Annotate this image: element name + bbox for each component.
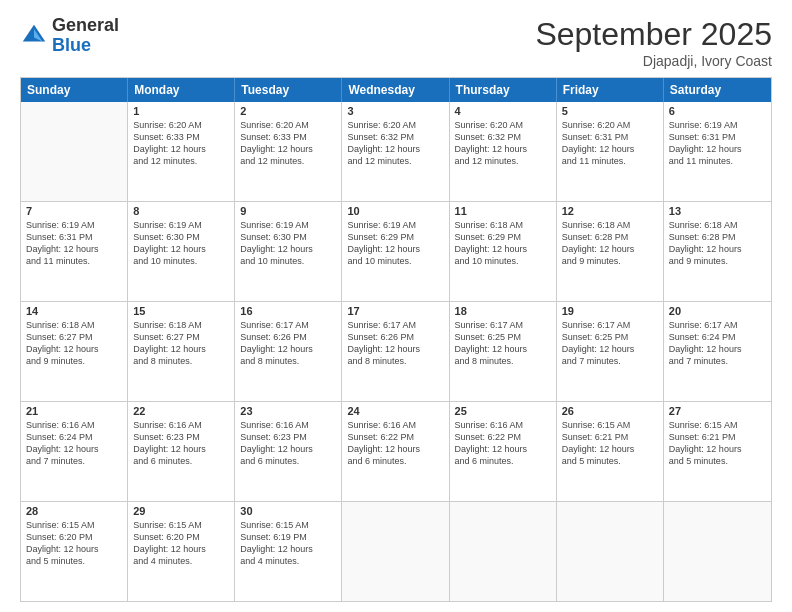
day-number: 8 bbox=[133, 205, 229, 217]
day-info: Sunrise: 6:18 AMSunset: 6:28 PMDaylight:… bbox=[669, 219, 766, 268]
day-info: Sunrise: 6:18 AMSunset: 6:28 PMDaylight:… bbox=[562, 219, 658, 268]
logo-text: General Blue bbox=[52, 16, 119, 56]
page: General Blue September 2025 Djapadji, Iv… bbox=[0, 0, 792, 612]
day-info: Sunrise: 6:15 AMSunset: 6:21 PMDaylight:… bbox=[562, 419, 658, 468]
day-number: 20 bbox=[669, 305, 766, 317]
calendar-cell: 4Sunrise: 6:20 AMSunset: 6:32 PMDaylight… bbox=[450, 102, 557, 201]
calendar-cell: 19Sunrise: 6:17 AMSunset: 6:25 PMDayligh… bbox=[557, 302, 664, 401]
day-number: 13 bbox=[669, 205, 766, 217]
day-info: Sunrise: 6:15 AMSunset: 6:20 PMDaylight:… bbox=[133, 519, 229, 568]
day-number: 6 bbox=[669, 105, 766, 117]
day-number: 11 bbox=[455, 205, 551, 217]
day-info: Sunrise: 6:16 AMSunset: 6:22 PMDaylight:… bbox=[455, 419, 551, 468]
calendar-cell bbox=[342, 502, 449, 601]
day-info: Sunrise: 6:19 AMSunset: 6:29 PMDaylight:… bbox=[347, 219, 443, 268]
day-info: Sunrise: 6:20 AMSunset: 6:33 PMDaylight:… bbox=[240, 119, 336, 168]
day-info: Sunrise: 6:15 AMSunset: 6:21 PMDaylight:… bbox=[669, 419, 766, 468]
day-info: Sunrise: 6:15 AMSunset: 6:20 PMDaylight:… bbox=[26, 519, 122, 568]
day-info: Sunrise: 6:17 AMSunset: 6:25 PMDaylight:… bbox=[562, 319, 658, 368]
day-number: 5 bbox=[562, 105, 658, 117]
logo-general: General bbox=[52, 16, 119, 36]
logo-icon bbox=[20, 22, 48, 50]
day-info: Sunrise: 6:16 AMSunset: 6:23 PMDaylight:… bbox=[133, 419, 229, 468]
day-info: Sunrise: 6:16 AMSunset: 6:23 PMDaylight:… bbox=[240, 419, 336, 468]
logo-blue: Blue bbox=[52, 36, 119, 56]
day-info: Sunrise: 6:19 AMSunset: 6:30 PMDaylight:… bbox=[240, 219, 336, 268]
day-number: 23 bbox=[240, 405, 336, 417]
day-info: Sunrise: 6:20 AMSunset: 6:32 PMDaylight:… bbox=[455, 119, 551, 168]
calendar-cell bbox=[21, 102, 128, 201]
calendar-cell: 22Sunrise: 6:16 AMSunset: 6:23 PMDayligh… bbox=[128, 402, 235, 501]
day-number: 28 bbox=[26, 505, 122, 517]
calendar-cell: 12Sunrise: 6:18 AMSunset: 6:28 PMDayligh… bbox=[557, 202, 664, 301]
calendar-week: 14Sunrise: 6:18 AMSunset: 6:27 PMDayligh… bbox=[21, 302, 771, 402]
month-title: September 2025 bbox=[535, 16, 772, 53]
day-number: 26 bbox=[562, 405, 658, 417]
day-info: Sunrise: 6:19 AMSunset: 6:30 PMDaylight:… bbox=[133, 219, 229, 268]
title-block: September 2025 Djapadji, Ivory Coast bbox=[535, 16, 772, 69]
calendar-cell: 7Sunrise: 6:19 AMSunset: 6:31 PMDaylight… bbox=[21, 202, 128, 301]
logo: General Blue bbox=[20, 16, 119, 56]
day-info: Sunrise: 6:20 AMSunset: 6:32 PMDaylight:… bbox=[347, 119, 443, 168]
day-number: 22 bbox=[133, 405, 229, 417]
calendar-cell: 23Sunrise: 6:16 AMSunset: 6:23 PMDayligh… bbox=[235, 402, 342, 501]
day-info: Sunrise: 6:17 AMSunset: 6:24 PMDaylight:… bbox=[669, 319, 766, 368]
calendar-cell: 16Sunrise: 6:17 AMSunset: 6:26 PMDayligh… bbox=[235, 302, 342, 401]
day-info: Sunrise: 6:18 AMSunset: 6:27 PMDaylight:… bbox=[26, 319, 122, 368]
day-number: 3 bbox=[347, 105, 443, 117]
day-number: 16 bbox=[240, 305, 336, 317]
calendar-week: 1Sunrise: 6:20 AMSunset: 6:33 PMDaylight… bbox=[21, 102, 771, 202]
calendar-cell: 5Sunrise: 6:20 AMSunset: 6:31 PMDaylight… bbox=[557, 102, 664, 201]
calendar-week: 7Sunrise: 6:19 AMSunset: 6:31 PMDaylight… bbox=[21, 202, 771, 302]
calendar-cell: 29Sunrise: 6:15 AMSunset: 6:20 PMDayligh… bbox=[128, 502, 235, 601]
day-number: 24 bbox=[347, 405, 443, 417]
calendar-cell: 14Sunrise: 6:18 AMSunset: 6:27 PMDayligh… bbox=[21, 302, 128, 401]
day-number: 14 bbox=[26, 305, 122, 317]
day-info: Sunrise: 6:17 AMSunset: 6:26 PMDaylight:… bbox=[240, 319, 336, 368]
day-info: Sunrise: 6:15 AMSunset: 6:19 PMDaylight:… bbox=[240, 519, 336, 568]
calendar-cell: 15Sunrise: 6:18 AMSunset: 6:27 PMDayligh… bbox=[128, 302, 235, 401]
day-info: Sunrise: 6:17 AMSunset: 6:25 PMDaylight:… bbox=[455, 319, 551, 368]
calendar-cell: 10Sunrise: 6:19 AMSunset: 6:29 PMDayligh… bbox=[342, 202, 449, 301]
day-number: 2 bbox=[240, 105, 336, 117]
calendar-cell: 6Sunrise: 6:19 AMSunset: 6:31 PMDaylight… bbox=[664, 102, 771, 201]
day-number: 7 bbox=[26, 205, 122, 217]
day-info: Sunrise: 6:18 AMSunset: 6:27 PMDaylight:… bbox=[133, 319, 229, 368]
calendar-cell: 26Sunrise: 6:15 AMSunset: 6:21 PMDayligh… bbox=[557, 402, 664, 501]
day-number: 4 bbox=[455, 105, 551, 117]
calendar-cell: 3Sunrise: 6:20 AMSunset: 6:32 PMDaylight… bbox=[342, 102, 449, 201]
calendar-cell: 17Sunrise: 6:17 AMSunset: 6:26 PMDayligh… bbox=[342, 302, 449, 401]
calendar-cell bbox=[557, 502, 664, 601]
calendar-cell bbox=[450, 502, 557, 601]
header-day: Wednesday bbox=[342, 78, 449, 102]
header-day: Saturday bbox=[664, 78, 771, 102]
day-number: 30 bbox=[240, 505, 336, 517]
day-number: 27 bbox=[669, 405, 766, 417]
day-info: Sunrise: 6:16 AMSunset: 6:22 PMDaylight:… bbox=[347, 419, 443, 468]
calendar-cell: 11Sunrise: 6:18 AMSunset: 6:29 PMDayligh… bbox=[450, 202, 557, 301]
day-info: Sunrise: 6:20 AMSunset: 6:33 PMDaylight:… bbox=[133, 119, 229, 168]
calendar-cell: 27Sunrise: 6:15 AMSunset: 6:21 PMDayligh… bbox=[664, 402, 771, 501]
header-day: Monday bbox=[128, 78, 235, 102]
location: Djapadji, Ivory Coast bbox=[535, 53, 772, 69]
day-number: 12 bbox=[562, 205, 658, 217]
calendar-week: 21Sunrise: 6:16 AMSunset: 6:24 PMDayligh… bbox=[21, 402, 771, 502]
header: General Blue September 2025 Djapadji, Iv… bbox=[20, 16, 772, 69]
calendar-header: SundayMondayTuesdayWednesdayThursdayFrid… bbox=[21, 78, 771, 102]
day-info: Sunrise: 6:18 AMSunset: 6:29 PMDaylight:… bbox=[455, 219, 551, 268]
day-number: 9 bbox=[240, 205, 336, 217]
day-number: 1 bbox=[133, 105, 229, 117]
calendar-cell: 25Sunrise: 6:16 AMSunset: 6:22 PMDayligh… bbox=[450, 402, 557, 501]
calendar: SundayMondayTuesdayWednesdayThursdayFrid… bbox=[20, 77, 772, 602]
calendar-cell: 13Sunrise: 6:18 AMSunset: 6:28 PMDayligh… bbox=[664, 202, 771, 301]
calendar-cell: 2Sunrise: 6:20 AMSunset: 6:33 PMDaylight… bbox=[235, 102, 342, 201]
day-number: 25 bbox=[455, 405, 551, 417]
day-number: 29 bbox=[133, 505, 229, 517]
calendar-cell: 1Sunrise: 6:20 AMSunset: 6:33 PMDaylight… bbox=[128, 102, 235, 201]
day-info: Sunrise: 6:19 AMSunset: 6:31 PMDaylight:… bbox=[26, 219, 122, 268]
calendar-cell: 20Sunrise: 6:17 AMSunset: 6:24 PMDayligh… bbox=[664, 302, 771, 401]
header-day: Tuesday bbox=[235, 78, 342, 102]
calendar-cell bbox=[664, 502, 771, 601]
header-day: Sunday bbox=[21, 78, 128, 102]
calendar-body: 1Sunrise: 6:20 AMSunset: 6:33 PMDaylight… bbox=[21, 102, 771, 601]
